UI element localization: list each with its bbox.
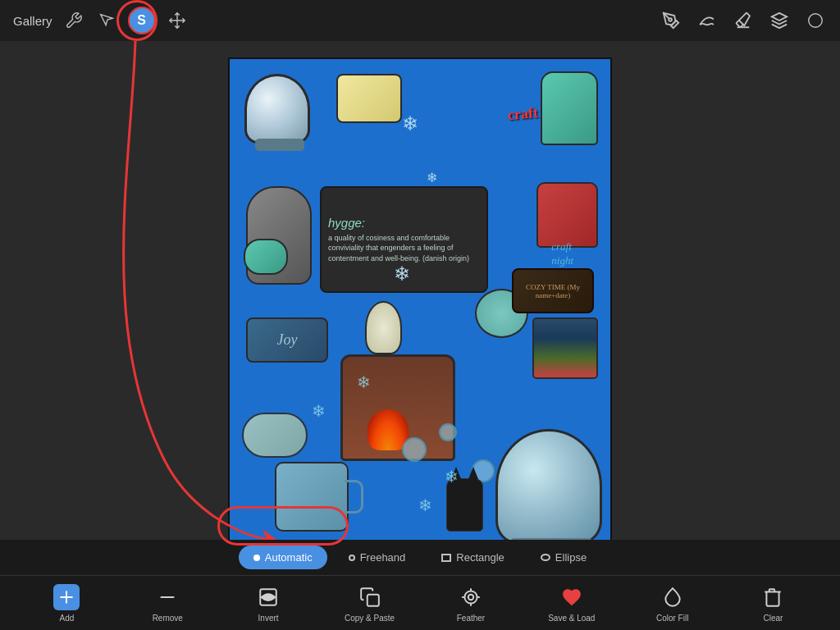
rectangle-mode-button[interactable]: Rectangle	[427, 546, 519, 569]
action-tools-row: Add Remove Invert Copy & Paste	[0, 576, 840, 630]
snowflake-3: ❄	[418, 495, 432, 515]
cursor-tool[interactable]	[95, 9, 118, 32]
selection-modes-row: Automatic Freehand Rectangle Ellipse	[0, 540, 840, 576]
teal-hat-sticker	[541, 71, 598, 145]
feather-label: Feather	[457, 614, 485, 623]
color-fill-tool[interactable]: Color Fill	[648, 584, 697, 623]
save-load-label: Save & Load	[548, 614, 595, 623]
selection-tool-container: S	[128, 7, 156, 34]
artwork-background: ❄ ❄ craft time hygge: a quality of cosin…	[230, 59, 610, 556]
gallery-button[interactable]: Gallery	[13, 14, 52, 28]
clear-label: Clear	[764, 614, 783, 623]
invert-tool[interactable]: Invert	[244, 584, 293, 623]
joy-sign-sticker: Joy	[246, 317, 328, 363]
ellipse-dot-icon	[541, 554, 550, 561]
snowflake-ornament	[242, 413, 308, 458]
selection-tool-button[interactable]: S	[128, 7, 156, 34]
candles-sticker	[336, 74, 402, 123]
books-sticker	[532, 317, 598, 379]
freehand-mode-button[interactable]: Freehand	[334, 546, 421, 569]
feather-icon	[458, 584, 484, 610]
toolbar-left: Gallery S	[13, 7, 189, 34]
color-fill-label: Color Fill	[656, 614, 688, 623]
snowflake-2: ❄	[312, 401, 326, 421]
svg-point-10	[464, 591, 477, 603]
brush-tool[interactable]	[660, 9, 682, 32]
smudge-tool[interactable]	[696, 9, 719, 32]
clear-icon	[760, 584, 786, 610]
snow-globe-bottomright	[495, 429, 602, 544]
fireplace-sticker	[340, 354, 455, 461]
cozy-time-sign: COZY TIME (My name+date)	[512, 268, 594, 313]
freehand-dot-icon	[349, 555, 355, 561]
invert-label: Invert	[258, 614, 279, 623]
bubble-1	[402, 437, 427, 462]
svg-point-0	[669, 18, 672, 21]
snowflake-top-mid: ❄	[427, 170, 437, 185]
svg-point-2	[809, 14, 823, 28]
snow-globe-topleft	[244, 74, 310, 144]
add-tool[interactable]: Add	[42, 584, 91, 623]
add-label: Add	[60, 614, 75, 623]
snowflake-mid: ❄	[394, 262, 410, 285]
invert-icon	[255, 584, 281, 610]
selection-toolbar: Automatic Freehand Rectangle Ellipse Add	[0, 540, 840, 630]
copy-paste-tool[interactable]: Copy & Paste	[345, 584, 395, 623]
snowflake-4: ❄	[445, 467, 459, 486]
mitten-sticker	[246, 186, 312, 285]
rectangle-icon	[441, 554, 451, 562]
remove-icon	[154, 584, 180, 610]
feather-tool[interactable]: Feather	[446, 584, 495, 623]
remove-tool[interactable]: Remove	[143, 584, 192, 623]
copy-paste-label: Copy & Paste	[345, 614, 395, 623]
color-fill-icon	[660, 584, 686, 610]
hygge-definition-text: a quality of cosiness and comfortable co…	[328, 233, 480, 264]
automatic-dot-icon	[253, 555, 260, 561]
red-boots-sticker	[536, 182, 598, 248]
svg-point-9	[468, 594, 474, 600]
transform-tool[interactable]	[166, 9, 189, 32]
hygge-title: hygge:	[328, 216, 480, 230]
ellipse-mode-button[interactable]: Ellipse	[526, 546, 601, 569]
eraser-tool[interactable]	[732, 9, 755, 32]
svg-rect-8	[367, 594, 378, 605]
wrench-tool[interactable]	[62, 9, 85, 32]
add-icon	[53, 584, 80, 610]
clear-tool[interactable]: Clear	[748, 584, 797, 623]
ghost-candle-sticker	[365, 301, 402, 354]
color-picker[interactable]	[804, 9, 827, 32]
craft-night-text: craftnight	[551, 240, 573, 267]
layers-button[interactable]	[768, 9, 791, 32]
mug-sticker	[275, 462, 349, 532]
bubble-2	[439, 423, 457, 441]
artwork-canvas[interactable]: ❄ ❄ craft time hygge: a quality of cosin…	[228, 57, 612, 558]
remove-label: Remove	[153, 614, 183, 623]
toolbar-right	[660, 9, 827, 32]
snowflake-top-right: ❄	[402, 112, 418, 135]
copy-paste-icon	[357, 584, 383, 610]
save-load-tool[interactable]: Save & Load	[547, 584, 596, 623]
snowflake-1: ❄	[357, 372, 371, 392]
save-load-icon	[559, 584, 585, 610]
automatic-mode-button[interactable]: Automatic	[239, 546, 327, 569]
top-toolbar: Gallery S	[0, 0, 840, 41]
